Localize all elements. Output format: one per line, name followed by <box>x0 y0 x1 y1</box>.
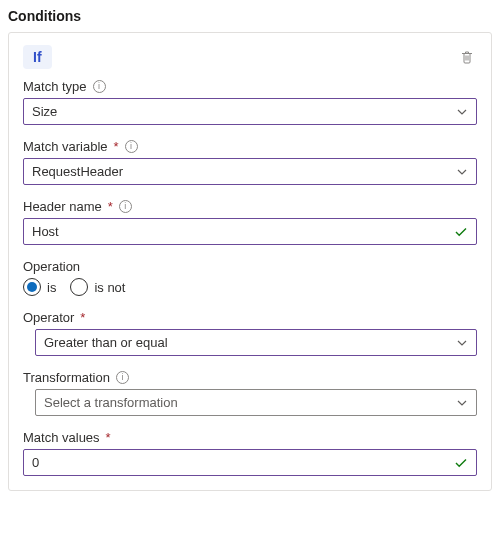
label-header-name: Header name * i <box>23 199 477 214</box>
chevron-down-icon <box>456 337 468 349</box>
select-value: Size <box>32 104 57 119</box>
required-mark: * <box>114 139 119 154</box>
input-value: Host <box>32 224 59 239</box>
label-text: Operation <box>23 259 80 274</box>
select-match-type[interactable]: Size <box>23 98 477 125</box>
label-match-variable: Match variable * i <box>23 139 477 154</box>
operator-indent: Greater than or equal <box>23 329 477 356</box>
trash-icon <box>459 49 475 65</box>
select-transformation[interactable]: Select a transformation <box>35 389 477 416</box>
required-mark: * <box>106 430 111 445</box>
label-match-values: Match values * <box>23 430 477 445</box>
radio-option-is[interactable]: is <box>23 278 56 296</box>
transformation-indent: Select a transformation <box>23 389 477 416</box>
input-header-name[interactable]: Host <box>23 218 477 245</box>
chevron-down-icon <box>456 397 468 409</box>
field-operator: Operator * Greater than or equal <box>23 310 477 356</box>
radio-label: is not <box>94 280 125 295</box>
info-icon[interactable]: i <box>93 80 106 93</box>
field-match-variable: Match variable * i RequestHeader <box>23 139 477 185</box>
field-header-name: Header name * i Host <box>23 199 477 245</box>
required-mark: * <box>80 310 85 325</box>
select-value: Greater than or equal <box>44 335 168 350</box>
field-match-type: Match type i Size <box>23 79 477 125</box>
chevron-down-icon <box>456 106 468 118</box>
label-operation: Operation <box>23 259 477 274</box>
field-transformation: Transformation i Select a transformation <box>23 370 477 416</box>
select-value: RequestHeader <box>32 164 123 179</box>
delete-button[interactable] <box>457 47 477 67</box>
radio-label: is <box>47 280 56 295</box>
if-pill: If <box>23 45 52 69</box>
field-match-values: Match values * 0 <box>23 430 477 476</box>
radio-group-operation: is is not <box>23 278 477 296</box>
label-text: Operator <box>23 310 74 325</box>
select-operator[interactable]: Greater than or equal <box>35 329 477 356</box>
label-text: Header name <box>23 199 102 214</box>
info-icon[interactable]: i <box>119 200 132 213</box>
select-placeholder: Select a transformation <box>44 395 178 410</box>
radio-option-is-not[interactable]: is not <box>70 278 125 296</box>
label-match-type: Match type i <box>23 79 477 94</box>
card-header: If <box>23 45 477 69</box>
input-match-values[interactable]: 0 <box>23 449 477 476</box>
check-icon <box>454 456 468 470</box>
info-icon[interactable]: i <box>125 140 138 153</box>
label-text: Transformation <box>23 370 110 385</box>
input-value: 0 <box>32 455 39 470</box>
section-title: Conditions <box>8 8 492 24</box>
label-text: Match type <box>23 79 87 94</box>
required-mark: * <box>108 199 113 214</box>
radio-is-not[interactable] <box>70 278 88 296</box>
label-transformation: Transformation i <box>23 370 477 385</box>
condition-card: If Match type i Size Match variable * <box>8 32 492 491</box>
radio-is[interactable] <box>23 278 41 296</box>
select-match-variable[interactable]: RequestHeader <box>23 158 477 185</box>
chevron-down-icon <box>456 166 468 178</box>
check-icon <box>454 225 468 239</box>
info-icon[interactable]: i <box>116 371 129 384</box>
label-text: Match values <box>23 430 100 445</box>
field-operation: Operation is is not <box>23 259 477 296</box>
label-text: Match variable <box>23 139 108 154</box>
label-operator: Operator * <box>23 310 477 325</box>
